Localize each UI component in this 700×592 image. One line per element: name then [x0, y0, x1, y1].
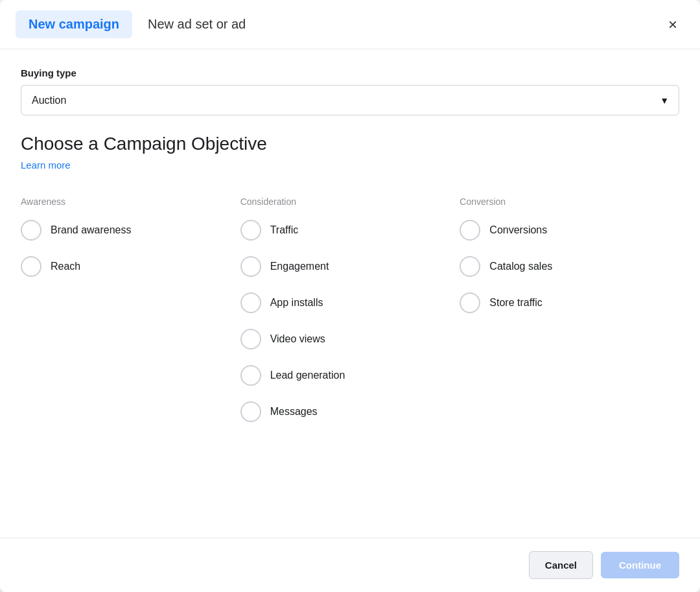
option-traffic[interactable]: Traffic — [240, 220, 447, 241]
option-brand-awareness[interactable]: Brand awareness — [21, 220, 228, 241]
radio-messages[interactable] — [240, 401, 261, 422]
radio-app-installs[interactable] — [240, 292, 261, 313]
consideration-column: Consideration Traffic Engagement App ins… — [240, 196, 460, 438]
radio-video-views[interactable] — [240, 329, 261, 349]
option-conversions[interactable]: Conversions — [460, 220, 666, 241]
tab-new-ad[interactable]: New ad set or ad — [148, 17, 246, 32]
conversion-column: Conversion Conversions Catalog sales Sto… — [460, 196, 679, 438]
option-catalog-sales[interactable]: Catalog sales — [460, 256, 666, 277]
radio-traffic[interactable] — [240, 220, 261, 241]
modal-body: Buying type Auction Reach and Frequency … — [0, 49, 700, 538]
option-app-installs[interactable]: App installs — [240, 292, 447, 313]
tab-new-campaign[interactable]: New campaign — [16, 10, 132, 38]
option-engagement[interactable]: Engagement — [240, 256, 447, 277]
consideration-column-header: Consideration — [240, 196, 447, 207]
buying-type-select-wrapper: Auction Reach and Frequency ▼ — [21, 85, 679, 115]
campaign-objective-title: Choose a Campaign Objective — [21, 134, 679, 154]
cancel-button[interactable]: Cancel — [529, 551, 593, 579]
learn-more-link[interactable]: Learn more — [21, 160, 71, 171]
radio-catalog-sales[interactable] — [460, 256, 480, 277]
label-reach: Reach — [51, 261, 80, 272]
label-engagement: Engagement — [270, 261, 329, 272]
label-app-installs: App installs — [270, 297, 323, 309]
option-video-views[interactable]: Video views — [240, 329, 447, 349]
buying-type-label: Buying type — [21, 67, 679, 78]
awareness-column-header: Awareness — [21, 196, 228, 207]
label-messages: Messages — [270, 406, 318, 418]
label-catalog-sales: Catalog sales — [489, 261, 552, 272]
objectives-grid: Awareness Brand awareness Reach Consider… — [21, 191, 679, 438]
option-lead-generation[interactable]: Lead generation — [240, 365, 447, 386]
radio-brand-awareness[interactable] — [21, 220, 41, 241]
label-conversions: Conversions — [489, 224, 547, 236]
label-store-traffic: Store traffic — [489, 297, 542, 309]
label-traffic: Traffic — [270, 224, 299, 236]
radio-reach[interactable] — [21, 256, 41, 277]
option-messages[interactable]: Messages — [240, 401, 447, 422]
buying-type-select[interactable]: Auction Reach and Frequency — [21, 85, 679, 115]
option-reach[interactable]: Reach — [21, 256, 228, 277]
modal-header: New campaign New ad set or ad × — [0, 0, 700, 49]
modal-footer: Cancel Continue — [0, 538, 700, 592]
awareness-column: Awareness Brand awareness Reach — [21, 196, 240, 438]
modal-container: New campaign New ad set or ad × Buying t… — [0, 0, 700, 592]
radio-lead-generation[interactable] — [240, 365, 261, 386]
radio-engagement[interactable] — [240, 256, 261, 277]
radio-store-traffic[interactable] — [460, 292, 480, 313]
continue-button[interactable]: Continue — [601, 552, 679, 578]
option-store-traffic[interactable]: Store traffic — [460, 292, 666, 313]
radio-conversions[interactable] — [460, 220, 480, 241]
conversion-column-header: Conversion — [460, 196, 666, 207]
close-button[interactable]: × — [661, 13, 684, 36]
label-lead-generation: Lead generation — [270, 370, 345, 381]
label-video-views: Video views — [270, 333, 325, 345]
label-brand-awareness: Brand awareness — [51, 224, 132, 236]
